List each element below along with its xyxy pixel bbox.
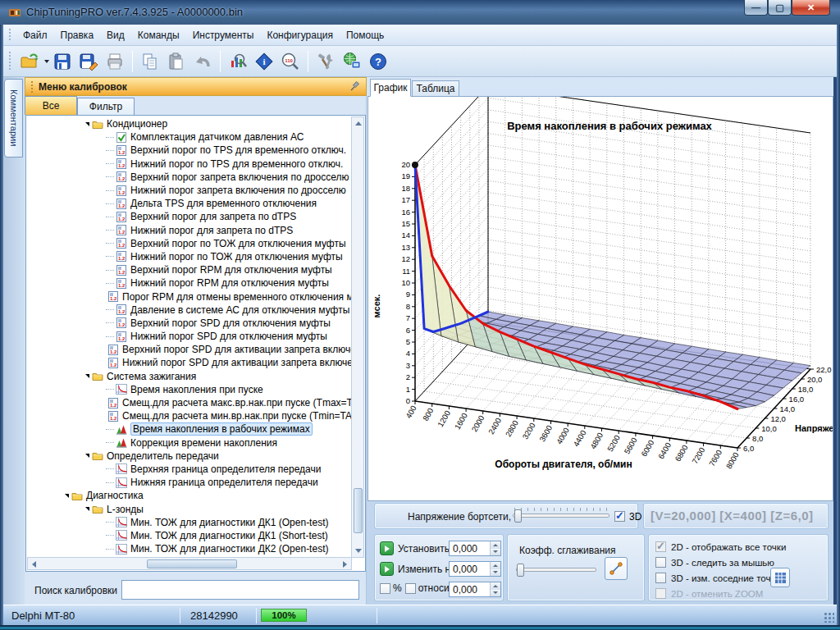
tree-item[interactable]: 1.2Верхний порог по ТОЖ для отключения м… bbox=[28, 237, 352, 250]
horizontal-scrollbar[interactable] bbox=[27, 557, 352, 570]
tree-item[interactable]: 1.2Смещ.для расчета макс.вр.нак.при пуск… bbox=[28, 396, 352, 409]
spin-down-icon[interactable] bbox=[491, 549, 500, 556]
spin-down-icon[interactable] bbox=[491, 569, 500, 577]
tree-item[interactable]: 1.2Верхний порог SPD для активации запре… bbox=[28, 343, 352, 356]
vertical-scrollbar[interactable] bbox=[351, 116, 364, 558]
toolbar-undo-button[interactable] bbox=[189, 49, 216, 74]
spin-down-icon[interactable] bbox=[491, 590, 500, 597]
voltage-slider-thumb[interactable] bbox=[514, 509, 522, 523]
expanded-icon[interactable] bbox=[85, 507, 89, 511]
option-checkbox-3[interactable] bbox=[655, 573, 666, 583]
toolbar-network-button[interactable] bbox=[339, 49, 365, 74]
tree-item[interactable]: 1.2Смещ.для расчета мин.вр.нак.при пуске… bbox=[28, 409, 352, 422]
tree-item[interactable]: 1.2Верхний порог для запрета по dTPS bbox=[28, 210, 352, 223]
tree-item[interactable]: 1.2Верхний порог RPM для отключения муфт… bbox=[28, 263, 352, 276]
tab-filter[interactable]: Фильтр bbox=[77, 98, 135, 115]
percent-checkbox[interactable] bbox=[380, 583, 390, 594]
toolbar-chart-view-button[interactable] bbox=[225, 49, 251, 74]
search-input[interactable] bbox=[121, 580, 359, 600]
tree-folder[interactable]: L-зонды bbox=[28, 502, 352, 515]
tree-item[interactable]: Мин. ТОЖ для диагностики ДК1 (Open-test) bbox=[28, 516, 352, 529]
scroll-right-icon[interactable] bbox=[343, 561, 347, 568]
tree-item[interactable]: 1.2Нижний порог SPD для отключения муфты bbox=[28, 330, 352, 343]
tree-item[interactable]: 1.2Верхний порог по TPS для временного о… bbox=[28, 144, 352, 157]
tree-item[interactable]: 1.2Нижний порог RPM для отключения муфты bbox=[28, 276, 352, 290]
spin-up-icon[interactable] bbox=[491, 582, 500, 590]
curve-edit-button[interactable] bbox=[605, 557, 628, 580]
comments-panel-tab[interactable]: Комментарии bbox=[4, 79, 23, 158]
tree-item[interactable]: 1.2Нижний порог SPD для активации запрет… bbox=[28, 356, 352, 369]
spin-up-icon[interactable] bbox=[491, 541, 500, 549]
apply-change-button[interactable] bbox=[380, 562, 394, 576]
menu-item-3[interactable]: Вид bbox=[100, 26, 131, 44]
tab-all[interactable]: Все bbox=[25, 96, 77, 115]
expanded-icon[interactable] bbox=[85, 454, 89, 458]
tree-item[interactable]: Время накопления при пуске bbox=[28, 383, 352, 396]
close-button[interactable]: ✕ bbox=[792, 0, 830, 16]
tree-item[interactable]: 1.2Верхний порог запрета включения по др… bbox=[28, 171, 352, 184]
tree-item[interactable]: 1.2Порог RPM для отмены временного отклю… bbox=[28, 290, 352, 303]
tree-item[interactable]: Мин. ТОЖ для диагностики ДК2 (Open-test) bbox=[28, 542, 352, 555]
tree-item[interactable]: Коррекция времени накопления bbox=[28, 436, 352, 450]
tree-folder[interactable]: Диагностика bbox=[28, 489, 352, 502]
tree-item[interactable]: 1.2Дельта TPS для временного отключения bbox=[28, 197, 352, 210]
toolbar-open-button[interactable] bbox=[16, 49, 43, 74]
smoothing-slider[interactable] bbox=[516, 568, 596, 572]
toolbar-preview-110-button[interactable]: 110 bbox=[277, 49, 304, 74]
menu-item-7[interactable]: Помощь bbox=[340, 26, 390, 44]
scroll-up-icon[interactable] bbox=[355, 121, 362, 126]
set-value-spinner[interactable]: 0,000 bbox=[449, 541, 501, 556]
change-value-spinner[interactable]: 0,000 bbox=[449, 561, 501, 577]
tab-graph[interactable]: График bbox=[370, 79, 411, 97]
voltage-slider[interactable] bbox=[513, 514, 609, 518]
tree-item[interactable]: Время накопления в рабочих режимах bbox=[28, 422, 352, 436]
toolbar-paste-button[interactable] bbox=[163, 49, 189, 74]
expanded-icon[interactable] bbox=[85, 122, 89, 126]
expanded-icon[interactable] bbox=[85, 374, 89, 378]
tree-item[interactable]: 1.2Давление в системе АС для отключения … bbox=[28, 304, 352, 317]
smoothing-slider-thumb[interactable] bbox=[517, 564, 524, 577]
tab-table[interactable]: Таблица bbox=[412, 80, 459, 97]
3d-checkbox[interactable] bbox=[614, 511, 625, 522]
minimize-button[interactable]: — bbox=[744, 0, 768, 16]
title-bar[interactable]: ChipTuningPRO ver.7.4.3.925 - A0000000.b… bbox=[0, 0, 840, 25]
maximize-button[interactable]: ▢ bbox=[768, 0, 792, 16]
relative-checkbox[interactable] bbox=[405, 583, 416, 594]
tree-item[interactable]: Комплектация датчиком давления АС bbox=[28, 130, 352, 144]
tree-folder[interactable]: Система зажигания bbox=[28, 370, 352, 383]
toolbar-print-button[interactable] bbox=[102, 49, 128, 74]
tree-item[interactable]: Нижняя граница определителя передачи bbox=[28, 476, 352, 489]
toolbar-info-button[interactable]: i bbox=[251, 49, 277, 74]
menu-item-2[interactable]: Правка bbox=[54, 26, 101, 44]
tree-item[interactable]: Мин. ТОЖ для диагностики ДК1 (Short-test… bbox=[28, 529, 352, 542]
toolbar-tools-button[interactable] bbox=[313, 49, 339, 74]
scroll-down-icon[interactable] bbox=[355, 549, 362, 553]
menu-item-4[interactable]: Команды bbox=[131, 26, 186, 44]
percent-value-spinner[interactable]: 0,000 bbox=[449, 582, 501, 597]
tree-folder[interactable]: Определитель передачи bbox=[28, 450, 352, 463]
expanded-icon[interactable] bbox=[65, 494, 69, 498]
menu-item-6[interactable]: Конфигурация bbox=[260, 26, 340, 44]
tree-item[interactable]: Верхняя граница определителя передачи bbox=[28, 463, 352, 476]
scroll-left-icon[interactable] bbox=[32, 561, 36, 568]
resize-grip[interactable] bbox=[824, 612, 834, 623]
vertical-scroll-thumb[interactable] bbox=[354, 488, 363, 533]
tree-item[interactable]: 1.2Нижний порог по ТОЖ для отключения му… bbox=[28, 250, 352, 263]
tree-item[interactable]: 1.2Верхний порог SPD для отключения муфт… bbox=[28, 317, 352, 330]
surface-chart[interactable]: 0123456789101112131415161718192040080012… bbox=[368, 96, 833, 501]
toolbar-copy-button[interactable] bbox=[137, 49, 163, 74]
toolbar-save-edit-button[interactable] bbox=[75, 49, 102, 74]
pin-icon[interactable] bbox=[349, 81, 360, 92]
toolbar-save-button[interactable] bbox=[49, 49, 75, 74]
toolbar-help-button[interactable]: ? bbox=[365, 49, 391, 74]
tree-folder[interactable]: Кондиционер bbox=[28, 117, 352, 130]
spin-up-icon[interactable] bbox=[491, 562, 500, 569]
menu-item-1[interactable]: Файл bbox=[16, 26, 54, 44]
tree-item[interactable]: 1.2Нижний порог запрета включения по дро… bbox=[28, 184, 352, 197]
menu-item-5[interactable]: Инструменты bbox=[186, 26, 261, 44]
apply-set-button[interactable] bbox=[380, 541, 394, 555]
tree-item[interactable]: 1.2Нижний порог для запрета по dTPS bbox=[28, 224, 352, 237]
calibration-panel-header[interactable]: Меню калибровок bbox=[25, 77, 367, 96]
tree-item[interactable]: 1.2Нижний порог по TPS для временного от… bbox=[28, 158, 352, 171]
table-view-button[interactable] bbox=[770, 568, 790, 587]
